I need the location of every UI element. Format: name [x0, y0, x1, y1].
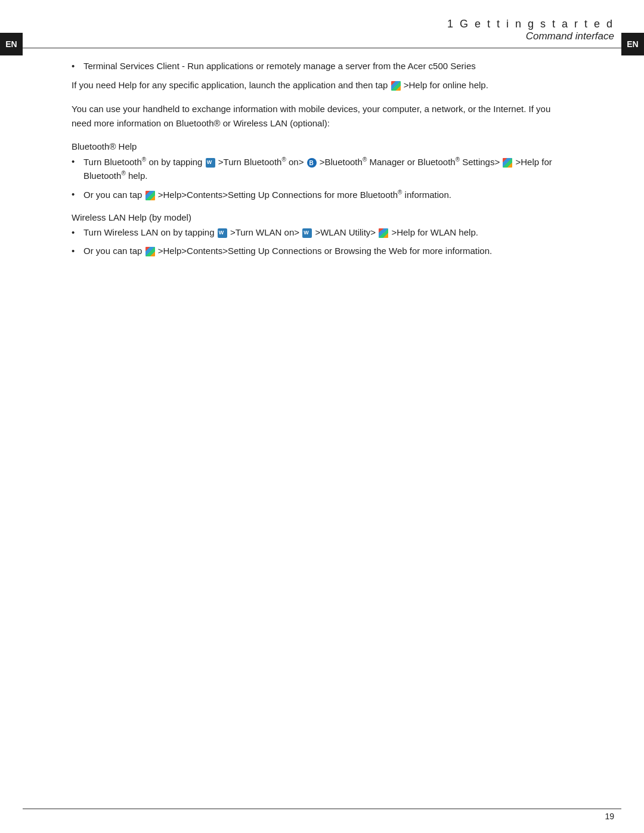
- bluetooth-icon: [307, 158, 317, 168]
- intro-bullet-list: Terminal Services Client - Run applicati…: [72, 60, 572, 73]
- wlan-icon: [218, 228, 227, 238]
- list-item: Terminal Services Client - Run applicati…: [72, 60, 572, 73]
- side-label-left: EN: [0, 33, 23, 55]
- windows-icon-2: [145, 247, 155, 256]
- list-item: Or you can tap >Help>Contents>Setting Up…: [72, 188, 572, 202]
- wlan-bullet-1-text: Turn Wireless LAN on by tapping >Turn WL…: [83, 227, 478, 237]
- wlan-bullet-2-text: Or you can tap >Help>Contents>Setting Up…: [83, 246, 492, 256]
- page-header: 1 G e t t i n g s t a r t e d Command in…: [447, 18, 614, 42]
- windows-icon: [391, 81, 401, 91]
- exchange-paragraph: You can use your handheld to exchange in…: [72, 102, 572, 131]
- list-item: Turn Wireless LAN on by tapping >Turn WL…: [72, 226, 572, 240]
- terminal-services-text: Terminal Services Client - Run applicati…: [83, 61, 476, 71]
- wlan-icon-2: [302, 228, 312, 238]
- wlan-section: Wireless LAN Help (by model) Turn Wirele…: [72, 212, 572, 258]
- top-divider: [23, 48, 621, 48]
- bt-bullet-2-text: Or you can tap >Help>Contents>Setting Up…: [83, 190, 451, 200]
- windows-icon: [379, 228, 388, 238]
- windows-icon: [145, 191, 155, 200]
- bottom-divider: [23, 809, 621, 809]
- bluetooth-section: Bluetooth® Help Turn Bluetooth® on by ta…: [72, 141, 572, 202]
- bt-bullet-1-text: Turn Bluetooth® on by tapping >Turn Blue…: [83, 157, 552, 181]
- help-paragraph: If you need Help for any specific applic…: [72, 78, 572, 92]
- bluetooth-heading: Bluetooth® Help: [72, 141, 572, 151]
- page-number: 19: [605, 812, 614, 821]
- chapter-subtitle: Command interface: [447, 30, 614, 42]
- bluetooth-bullet-list: Turn Bluetooth® on by tapping >Turn Blue…: [72, 155, 572, 202]
- main-content: Terminal Services Client - Run applicati…: [72, 60, 572, 797]
- list-item: Or you can tap >Help>Contents>Setting Up…: [72, 244, 572, 258]
- bluetooth-phone-icon: [206, 158, 215, 168]
- wlan-bullet-list: Turn Wireless LAN on by tapping >Turn WL…: [72, 226, 572, 258]
- chapter-title: 1 G e t t i n g s t a r t e d: [447, 18, 614, 30]
- windows-icon: [503, 158, 512, 168]
- list-item: Turn Bluetooth® on by tapping >Turn Blue…: [72, 155, 572, 183]
- side-label-right: EN: [621, 33, 644, 55]
- wlan-heading: Wireless LAN Help (by model): [72, 212, 572, 222]
